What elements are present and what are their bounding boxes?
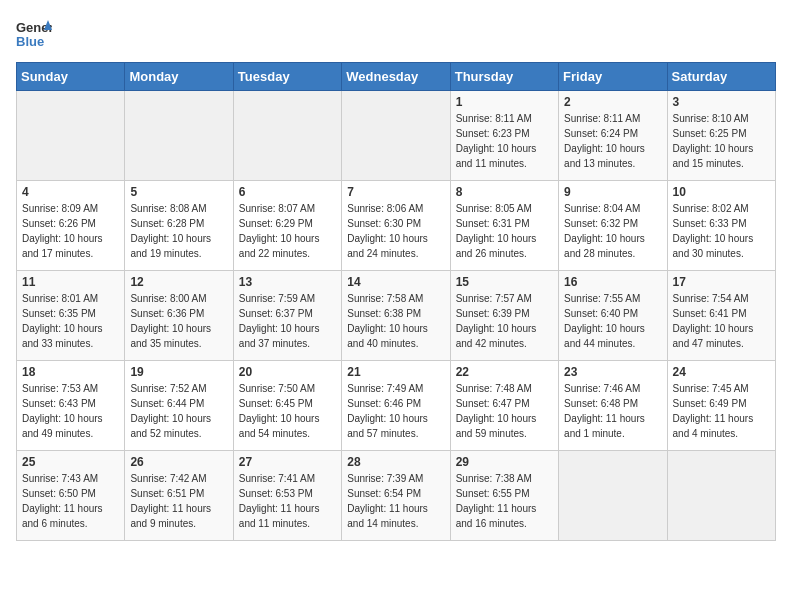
day-cell: 2Sunrise: 8:11 AM Sunset: 6:24 PM Daylig… — [559, 91, 667, 181]
day-info: Sunrise: 7:57 AM Sunset: 6:39 PM Dayligh… — [456, 291, 553, 351]
day-info: Sunrise: 8:11 AM Sunset: 6:24 PM Dayligh… — [564, 111, 661, 171]
day-number: 20 — [239, 365, 336, 379]
day-cell: 1Sunrise: 8:11 AM Sunset: 6:23 PM Daylig… — [450, 91, 558, 181]
day-number: 16 — [564, 275, 661, 289]
day-number: 4 — [22, 185, 119, 199]
day-cell: 16Sunrise: 7:55 AM Sunset: 6:40 PM Dayli… — [559, 271, 667, 361]
day-cell: 13Sunrise: 7:59 AM Sunset: 6:37 PM Dayli… — [233, 271, 341, 361]
week-row-5: 25Sunrise: 7:43 AM Sunset: 6:50 PM Dayli… — [17, 451, 776, 541]
day-number: 17 — [673, 275, 770, 289]
day-cell — [342, 91, 450, 181]
day-cell: 25Sunrise: 7:43 AM Sunset: 6:50 PM Dayli… — [17, 451, 125, 541]
day-info: Sunrise: 8:01 AM Sunset: 6:35 PM Dayligh… — [22, 291, 119, 351]
day-cell: 10Sunrise: 8:02 AM Sunset: 6:33 PM Dayli… — [667, 181, 775, 271]
day-info: Sunrise: 7:42 AM Sunset: 6:51 PM Dayligh… — [130, 471, 227, 531]
day-cell: 8Sunrise: 8:05 AM Sunset: 6:31 PM Daylig… — [450, 181, 558, 271]
day-cell: 23Sunrise: 7:46 AM Sunset: 6:48 PM Dayli… — [559, 361, 667, 451]
day-cell: 9Sunrise: 8:04 AM Sunset: 6:32 PM Daylig… — [559, 181, 667, 271]
day-info: Sunrise: 7:41 AM Sunset: 6:53 PM Dayligh… — [239, 471, 336, 531]
day-info: Sunrise: 8:05 AM Sunset: 6:31 PM Dayligh… — [456, 201, 553, 261]
day-cell: 7Sunrise: 8:06 AM Sunset: 6:30 PM Daylig… — [342, 181, 450, 271]
day-cell: 5Sunrise: 8:08 AM Sunset: 6:28 PM Daylig… — [125, 181, 233, 271]
day-number: 10 — [673, 185, 770, 199]
day-info: Sunrise: 7:50 AM Sunset: 6:45 PM Dayligh… — [239, 381, 336, 441]
col-header-saturday: Saturday — [667, 63, 775, 91]
header-row: SundayMondayTuesdayWednesdayThursdayFrid… — [17, 63, 776, 91]
day-info: Sunrise: 8:10 AM Sunset: 6:25 PM Dayligh… — [673, 111, 770, 171]
logo-icon: General Blue — [16, 16, 52, 52]
day-cell — [125, 91, 233, 181]
day-info: Sunrise: 7:43 AM Sunset: 6:50 PM Dayligh… — [22, 471, 119, 531]
day-cell: 21Sunrise: 7:49 AM Sunset: 6:46 PM Dayli… — [342, 361, 450, 451]
day-cell — [559, 451, 667, 541]
day-info: Sunrise: 8:06 AM Sunset: 6:30 PM Dayligh… — [347, 201, 444, 261]
day-cell: 18Sunrise: 7:53 AM Sunset: 6:43 PM Dayli… — [17, 361, 125, 451]
logo: General Blue — [16, 16, 52, 52]
day-info: Sunrise: 7:48 AM Sunset: 6:47 PM Dayligh… — [456, 381, 553, 441]
week-row-2: 4Sunrise: 8:09 AM Sunset: 6:26 PM Daylig… — [17, 181, 776, 271]
day-number: 23 — [564, 365, 661, 379]
col-header-sunday: Sunday — [17, 63, 125, 91]
day-info: Sunrise: 8:00 AM Sunset: 6:36 PM Dayligh… — [130, 291, 227, 351]
day-cell: 14Sunrise: 7:58 AM Sunset: 6:38 PM Dayli… — [342, 271, 450, 361]
day-cell: 29Sunrise: 7:38 AM Sunset: 6:55 PM Dayli… — [450, 451, 558, 541]
day-cell: 12Sunrise: 8:00 AM Sunset: 6:36 PM Dayli… — [125, 271, 233, 361]
col-header-monday: Monday — [125, 63, 233, 91]
day-info: Sunrise: 7:58 AM Sunset: 6:38 PM Dayligh… — [347, 291, 444, 351]
day-cell — [17, 91, 125, 181]
day-cell: 11Sunrise: 8:01 AM Sunset: 6:35 PM Dayli… — [17, 271, 125, 361]
day-cell: 17Sunrise: 7:54 AM Sunset: 6:41 PM Dayli… — [667, 271, 775, 361]
day-number: 7 — [347, 185, 444, 199]
day-info: Sunrise: 7:52 AM Sunset: 6:44 PM Dayligh… — [130, 381, 227, 441]
day-cell: 4Sunrise: 8:09 AM Sunset: 6:26 PM Daylig… — [17, 181, 125, 271]
calendar-table: SundayMondayTuesdayWednesdayThursdayFrid… — [16, 62, 776, 541]
day-number: 6 — [239, 185, 336, 199]
day-number: 18 — [22, 365, 119, 379]
day-cell: 26Sunrise: 7:42 AM Sunset: 6:51 PM Dayli… — [125, 451, 233, 541]
page: General Blue SundayMondayTuesdayWednesda… — [0, 0, 792, 557]
day-info: Sunrise: 8:08 AM Sunset: 6:28 PM Dayligh… — [130, 201, 227, 261]
day-number: 8 — [456, 185, 553, 199]
col-header-thursday: Thursday — [450, 63, 558, 91]
week-row-3: 11Sunrise: 8:01 AM Sunset: 6:35 PM Dayli… — [17, 271, 776, 361]
day-number: 27 — [239, 455, 336, 469]
day-info: Sunrise: 8:09 AM Sunset: 6:26 PM Dayligh… — [22, 201, 119, 261]
day-number: 15 — [456, 275, 553, 289]
day-cell: 3Sunrise: 8:10 AM Sunset: 6:25 PM Daylig… — [667, 91, 775, 181]
day-info: Sunrise: 8:02 AM Sunset: 6:33 PM Dayligh… — [673, 201, 770, 261]
day-cell: 22Sunrise: 7:48 AM Sunset: 6:47 PM Dayli… — [450, 361, 558, 451]
day-number: 3 — [673, 95, 770, 109]
day-number: 2 — [564, 95, 661, 109]
day-cell — [667, 451, 775, 541]
day-number: 9 — [564, 185, 661, 199]
week-row-4: 18Sunrise: 7:53 AM Sunset: 6:43 PM Dayli… — [17, 361, 776, 451]
day-number: 19 — [130, 365, 227, 379]
day-cell: 19Sunrise: 7:52 AM Sunset: 6:44 PM Dayli… — [125, 361, 233, 451]
day-number: 21 — [347, 365, 444, 379]
day-info: Sunrise: 7:45 AM Sunset: 6:49 PM Dayligh… — [673, 381, 770, 441]
day-number: 25 — [22, 455, 119, 469]
day-number: 5 — [130, 185, 227, 199]
day-info: Sunrise: 8:07 AM Sunset: 6:29 PM Dayligh… — [239, 201, 336, 261]
day-info: Sunrise: 7:46 AM Sunset: 6:48 PM Dayligh… — [564, 381, 661, 441]
day-number: 11 — [22, 275, 119, 289]
day-cell — [233, 91, 341, 181]
svg-text:Blue: Blue — [16, 34, 44, 49]
day-number: 24 — [673, 365, 770, 379]
day-info: Sunrise: 8:04 AM Sunset: 6:32 PM Dayligh… — [564, 201, 661, 261]
day-info: Sunrise: 7:55 AM Sunset: 6:40 PM Dayligh… — [564, 291, 661, 351]
day-number: 22 — [456, 365, 553, 379]
day-number: 12 — [130, 275, 227, 289]
day-cell: 15Sunrise: 7:57 AM Sunset: 6:39 PM Dayli… — [450, 271, 558, 361]
day-number: 14 — [347, 275, 444, 289]
day-cell: 6Sunrise: 8:07 AM Sunset: 6:29 PM Daylig… — [233, 181, 341, 271]
col-header-friday: Friday — [559, 63, 667, 91]
day-info: Sunrise: 7:39 AM Sunset: 6:54 PM Dayligh… — [347, 471, 444, 531]
day-info: Sunrise: 7:54 AM Sunset: 6:41 PM Dayligh… — [673, 291, 770, 351]
day-number: 29 — [456, 455, 553, 469]
day-number: 26 — [130, 455, 227, 469]
header: General Blue — [16, 16, 776, 52]
day-number: 28 — [347, 455, 444, 469]
day-cell: 28Sunrise: 7:39 AM Sunset: 6:54 PM Dayli… — [342, 451, 450, 541]
day-info: Sunrise: 7:53 AM Sunset: 6:43 PM Dayligh… — [22, 381, 119, 441]
